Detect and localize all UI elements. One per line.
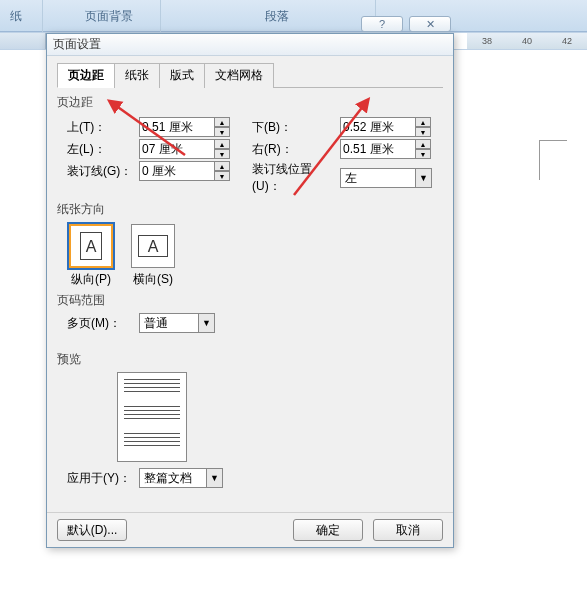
apply-to-label: 应用于(Y)： [67,470,139,487]
preview-thumbnail [117,372,187,462]
dialog-title: 页面设置 [47,34,453,56]
close-button[interactable]: ✕ [409,16,451,32]
right-input[interactable] [340,139,416,159]
apply-to-select[interactable]: 整篇文档▼ [139,468,223,488]
up-icon[interactable]: ▲ [416,117,431,127]
bottom-spinner[interactable]: ▲▼ [340,117,431,137]
bottom-label: 下(B)： [252,119,340,136]
down-icon[interactable]: ▼ [416,149,431,159]
tab-margins[interactable]: 页边距 [57,63,115,88]
gutter-input[interactable] [139,161,215,181]
bottom-input[interactable] [340,117,416,137]
ribbon-divider [42,0,43,32]
left-label: 左(L)： [67,141,139,158]
down-icon[interactable]: ▼ [215,149,230,159]
left-spinner[interactable]: ▲▼ [139,139,230,159]
landscape-label: 横向(S) [131,271,175,288]
down-icon[interactable]: ▼ [215,127,230,137]
up-icon[interactable]: ▲ [215,139,230,149]
page-setup-dialog: ? ✕ 页面设置 页边距 纸张 版式 文档网格 页边距 上(T)： ▲▼ 左(L… [46,33,454,548]
orientation-portrait[interactable]: A [69,224,113,268]
gutter-label: 装订线(G)： [67,163,139,180]
ok-button[interactable]: 确定 [293,519,363,541]
down-icon[interactable]: ▼ [215,171,230,181]
ruler-mark: 40 [522,36,532,46]
right-label: 右(R)： [252,141,340,158]
cancel-button[interactable]: 取消 [373,519,443,541]
up-icon[interactable]: ▲ [215,161,230,171]
group-margins-label: 页边距 [57,94,443,111]
chevron-down-icon[interactable]: ▼ [199,313,215,333]
up-icon[interactable]: ▲ [416,139,431,149]
orientation-landscape[interactable]: A [131,224,175,268]
group-pages-label: 页码范围 [57,292,443,309]
portrait-label: 纵向(P) [69,271,113,288]
help-button[interactable]: ? [361,16,403,32]
up-icon[interactable]: ▲ [215,117,230,127]
ruler-marks: 38 40 42 [467,33,587,49]
dialog-title-text: 页面设置 [53,36,101,53]
ruler-mark: 38 [482,36,492,46]
ruler-left-cap [0,33,46,49]
top-input[interactable] [139,117,215,137]
tab-paper[interactable]: 纸张 [114,63,160,88]
ribbon-paper: 纸 [10,8,22,25]
ruler-mark: 42 [562,36,572,46]
multipage-select[interactable]: 普通▼ [139,313,215,333]
multipage-label: 多页(M)： [67,315,139,332]
gutterpos-value: 左 [340,168,416,188]
right-spinner[interactable]: ▲▼ [340,139,431,159]
gutterpos-label: 装订线位置(U)： [252,161,340,195]
svg-text:A: A [86,238,97,255]
apply-to-value: 整篇文档 [139,468,207,488]
tab-layout[interactable]: 版式 [159,63,205,88]
document-corner [539,140,567,180]
top-spinner[interactable]: ▲▼ [139,117,230,137]
portrait-page-icon: A [80,232,102,260]
ribbon-divider [160,0,161,32]
ribbon-paragraph[interactable]: 段落 [265,8,289,25]
tab-grid[interactable]: 文档网格 [204,63,274,88]
gutter-spinner[interactable]: ▲▼ [139,161,230,181]
ribbon-page-bg[interactable]: 页面背景 [85,8,133,25]
chevron-down-icon[interactable]: ▼ [416,168,432,188]
group-preview-label: 预览 [57,351,443,368]
left-input[interactable] [139,139,215,159]
landscape-page-icon: A [138,235,168,257]
tab-strip: 页边距 纸张 版式 文档网格 [57,62,443,88]
group-orientation-label: 纸张方向 [57,201,443,218]
svg-text:A: A [148,238,159,255]
multipage-value: 普通 [139,313,199,333]
top-label: 上(T)： [67,119,139,136]
ribbon: 纸 页面背景 段落 [0,0,587,32]
chevron-down-icon[interactable]: ▼ [207,468,223,488]
default-button[interactable]: 默认(D)... [57,519,127,541]
down-icon[interactable]: ▼ [416,127,431,137]
gutterpos-select[interactable]: 左▼ [340,168,432,188]
